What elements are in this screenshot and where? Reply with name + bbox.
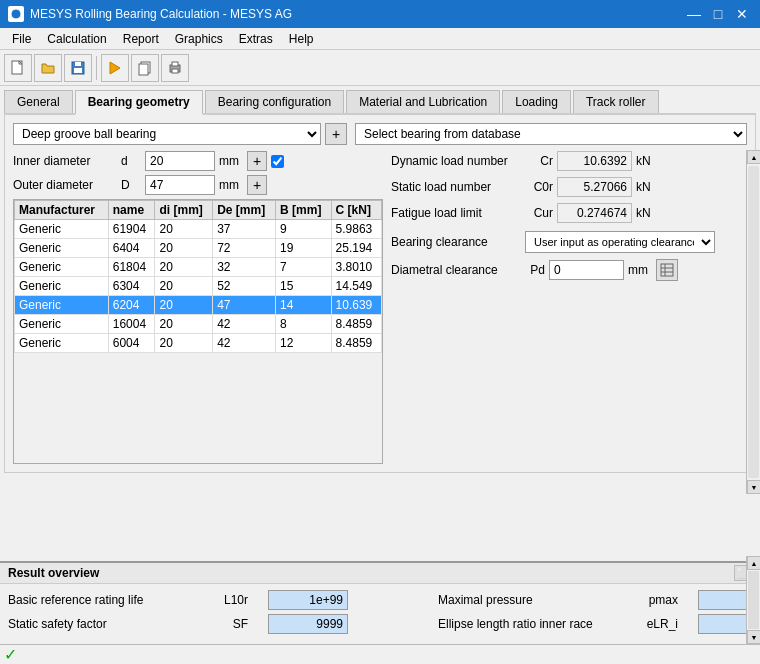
window-controls[interactable]: — □ ✕ (684, 4, 752, 24)
fatigue-load-value (557, 203, 632, 223)
col-c: C [kN] (331, 201, 381, 220)
save-button[interactable] (64, 54, 92, 82)
svg-rect-11 (661, 264, 673, 276)
bearing-table-container: Manufacturer name di [mm] De [mm] B [mm]… (13, 199, 383, 464)
table-row[interactable]: Generic60042042128.4859 (15, 334, 382, 353)
table-row[interactable]: Generic61804203273.8010 (15, 258, 382, 277)
bearing-type-dropdown[interactable]: Deep groove ball bearing (14, 124, 320, 144)
static-load-unit: kN (636, 180, 660, 194)
outer-diameter-abbr: D (121, 178, 137, 192)
dynamic-load-value (557, 151, 632, 171)
menu-extras[interactable]: Extras (231, 30, 281, 48)
statusbar: ✓ (0, 644, 760, 664)
spacer (0, 473, 760, 483)
tab-bearing-configuration[interactable]: Bearing configuration (205, 90, 344, 113)
table-row[interactable]: Generic620420471410.639 (15, 296, 382, 315)
print-button[interactable] (161, 54, 189, 82)
result-scroll-thumb[interactable] (748, 571, 759, 629)
svg-rect-3 (75, 62, 81, 66)
table-row[interactable]: Generic630420521514.549 (15, 277, 382, 296)
static-load-abbr: C0r (525, 180, 553, 194)
result-scroll-down-btn[interactable]: ▼ (747, 630, 760, 644)
tab-bar: General Bearing geometry Bearing configu… (4, 90, 756, 115)
add-bearing-button[interactable]: + (325, 123, 347, 145)
open-button[interactable] (34, 54, 62, 82)
tabs-container: General Bearing geometry Bearing configu… (0, 86, 760, 115)
new-button[interactable] (4, 54, 32, 82)
inner-diameter-unit: mm (219, 154, 243, 168)
table-row[interactable]: Generic640420721925.194 (15, 239, 382, 258)
tab-loading[interactable]: Loading (502, 90, 571, 113)
col-de: De [mm] (213, 201, 276, 220)
bearing-clearance-row: Bearing clearance User input as operatin… (391, 231, 747, 253)
main-panel: Deep groove ball bearing + Select bearin… (4, 115, 756, 473)
svg-point-0 (11, 9, 21, 19)
static-load-value (557, 177, 632, 197)
copy-button[interactable] (131, 54, 159, 82)
bearing-clearance-label: Bearing clearance (391, 235, 521, 249)
scroll-down-btn[interactable]: ▼ (747, 480, 760, 494)
status-check-icon: ✓ (4, 645, 17, 664)
menu-graphics[interactable]: Graphics (167, 30, 231, 48)
fatigue-load-row: Fatigue load limit Cur kN (391, 203, 747, 223)
scroll-thumb[interactable] (748, 166, 759, 478)
tab-track-roller[interactable]: Track roller (573, 90, 659, 113)
ellipse-ratio-label: Ellipse length ratio inner race (438, 617, 618, 631)
static-safety-label: Static safety factor (8, 617, 188, 631)
titlebar: MESYS Rolling Bearing Calculation - MESY… (0, 0, 760, 28)
inner-diameter-input[interactable] (145, 151, 215, 171)
bearing-table: Manufacturer name di [mm] De [mm] B [mm]… (14, 200, 382, 353)
menu-help[interactable]: Help (281, 30, 322, 48)
diametral-clearance-table-btn[interactable] (656, 259, 678, 281)
tab-general[interactable]: General (4, 90, 73, 113)
col-manufacturer: Manufacturer (15, 201, 109, 220)
outer-diameter-add-btn[interactable]: + (247, 175, 267, 195)
right-column: Dynamic load number Cr kN Static load nu… (391, 151, 747, 464)
tab-bearing-geometry[interactable]: Bearing geometry (75, 90, 203, 115)
basic-rating-value (268, 590, 348, 610)
diametral-clearance-abbr: Pd (525, 263, 545, 277)
result-vscrollbar[interactable]: ▲ ▼ (746, 556, 760, 644)
inner-diameter-add-btn[interactable]: + (247, 151, 267, 171)
menu-calculation[interactable]: Calculation (39, 30, 114, 48)
menu-file[interactable]: File (4, 30, 39, 48)
toolbar (0, 50, 760, 86)
menubar: File Calculation Report Graphics Extras … (0, 28, 760, 50)
outer-diameter-input[interactable] (145, 175, 215, 195)
calculate-button[interactable] (101, 54, 129, 82)
select-from-db-dropdown[interactable]: Select bearing from database (356, 124, 746, 144)
outer-diameter-label: Outer diameter (13, 178, 113, 192)
tab-material-lubrication[interactable]: Material and Lubrication (346, 90, 500, 113)
fatigue-load-abbr: Cur (525, 206, 553, 220)
bearing-clearance-dropdown[interactable]: User input as operating clearance (526, 232, 714, 252)
col-di: di [mm] (155, 201, 213, 220)
static-load-label: Static load number (391, 180, 521, 194)
result-scroll-up-btn[interactable]: ▲ (747, 556, 760, 570)
dynamic-load-unit: kN (636, 154, 660, 168)
max-pressure-abbr: pmax (638, 593, 678, 607)
bearing-type-select[interactable]: Deep groove ball bearing (13, 123, 321, 145)
scroll-up-btn[interactable]: ▲ (747, 150, 760, 164)
dynamic-load-label: Dynamic load number (391, 154, 521, 168)
main-vscrollbar[interactable]: ▲ ▼ (746, 150, 760, 494)
inner-diameter-checkbox[interactable] (271, 155, 284, 168)
result-overview-title: Result overview (8, 566, 99, 580)
svg-rect-10 (172, 69, 178, 73)
app-icon (8, 6, 24, 22)
table-row[interactable]: Generic16004204288.4859 (15, 315, 382, 334)
dynamic-load-abbr: Cr (525, 154, 553, 168)
outer-diameter-unit: mm (219, 178, 243, 192)
menu-report[interactable]: Report (115, 30, 167, 48)
minimize-button[interactable]: — (684, 4, 704, 24)
close-button[interactable]: ✕ (732, 4, 752, 24)
maximize-button[interactable]: □ (708, 4, 728, 24)
select-from-db-container[interactable]: Select bearing from database (355, 123, 747, 145)
bearing-clearance-select[interactable]: User input as operating clearance (525, 231, 715, 253)
col-b: B [mm] (276, 201, 332, 220)
result-overview-panel: Result overview ⬜ Basic reference rating… (0, 561, 760, 644)
table-row[interactable]: Generic61904203795.9863 (15, 220, 382, 239)
diametral-clearance-value[interactable] (549, 260, 624, 280)
basic-rating-label: Basic reference rating life (8, 593, 188, 607)
static-load-row: Static load number C0r kN (391, 177, 747, 197)
bearing-table-scroll[interactable]: Manufacturer name di [mm] De [mm] B [mm]… (14, 200, 382, 463)
